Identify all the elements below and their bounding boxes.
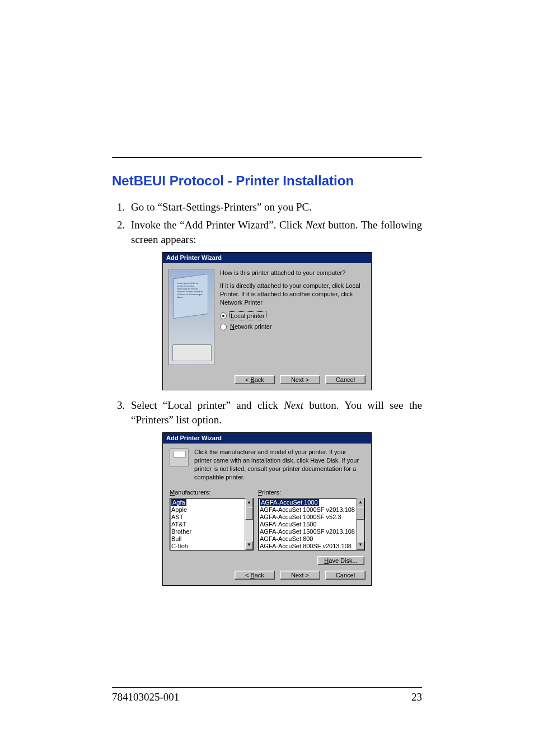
dialog2-buttons: < Back Next > Cancel [163,566,371,585]
instruction-list: Go to “Start-Settings-Printers” on you P… [112,200,422,246]
scroll-down-icon[interactable]: ▼ [357,541,364,550]
step-1: Go to “Start-Settings-Printers” on you P… [128,200,422,214]
back-button[interactable]: < Back [235,571,275,580]
manufacturers-column: Manufacturers: AgfaAppleASTAT&TBrotherBu… [170,488,254,550]
cancel-button[interactable]: Cancel [325,375,366,384]
list-columns: Manufacturers: AgfaAppleASTAT&TBrotherBu… [170,488,364,550]
dialog1-body: Lorem ipsum dolor sit amet consectetur a… [163,263,371,371]
wizard-graphic: Lorem ipsum dolor sit amet consectetur a… [168,269,214,365]
list-item[interactable]: AGFA-AccuSet 1000SF v2013.108 [260,506,355,514]
dialog1-titlebar: Add Printer Wizard [163,253,371,263]
dialog1-buttons: < Back Next > Cancel [163,371,371,390]
list-item[interactable]: Brother [171,528,243,535]
manufacturers-listbox[interactable]: AgfaAppleASTAT&TBrotherBullC-Itoh ▲ ▼ [170,498,254,550]
scroll-up-icon[interactable]: ▲ [245,498,253,507]
next-button[interactable]: Next > [280,571,320,580]
printers-listbox[interactable]: AGFA-AccuSet 1000AGFA-AccuSet 1000SF v20… [258,498,365,550]
list-item[interactable]: Bull [171,535,243,543]
list-item[interactable]: AGFA-AccuSet 800SF v2013.108 [260,543,355,550]
have-disk-button[interactable]: Have Disk... [317,556,364,565]
step-2-em: Next [306,219,325,231]
list-item[interactable]: Apple [171,506,243,514]
scroll-down-icon[interactable]: ▼ [245,541,253,550]
list-item[interactable]: AGFA-AccuSet 1500 [260,521,355,528]
section-heading: NetBEUI Protocol - Printer Installation [112,172,422,190]
list-item[interactable]: Agfa [171,499,243,506]
radio-local-label: Local printer [229,311,266,321]
list-item[interactable]: AGFA-AccuSet 1000 [260,499,355,506]
radio-network-printer[interactable]: Network printer [220,323,364,331]
next-button[interactable]: Next > [280,375,320,384]
scroll-up-icon[interactable]: ▲ [357,498,364,507]
step-3-em: Next [284,399,303,411]
step-3: Select “Local printer” and click Next bu… [128,398,422,427]
list-item[interactable]: AT&T [171,521,243,528]
step-3-text-a: Select “Local printer” and click [131,399,284,411]
radio-network-label: Network printer [229,323,273,331]
dialog1-question: How is this printer attached to your com… [220,269,364,277]
step-2: Invoke the “Add Printer Wizard”. Click N… [128,218,422,246]
list-item[interactable]: AST [171,514,243,521]
radio-local-printer[interactable]: Local printer [220,311,364,321]
page-number: 23 [411,690,422,704]
list-item[interactable]: C-Itoh [171,543,243,550]
dialog-select-printer: Add Printer Wizard Click the manufacture… [162,432,372,585]
printers-column: Printers: AGFA-AccuSet 1000AGFA-AccuSet … [258,488,365,550]
printer-icon [170,448,189,467]
footer-rule [112,687,422,688]
cancel-button[interactable]: Cancel [325,571,366,580]
dialog1-help: If it is directly attached to your compu… [220,282,364,307]
printers-label: Printers: [258,488,365,497]
dialog2-body: Click the manufacturer and model of your… [163,444,371,552]
scroll-thumb[interactable] [357,507,364,520]
document-page: NetBEUI Protocol - Printer Installation … [0,0,534,756]
scroll-thumb[interactable] [245,507,253,520]
dialog2-header: Click the manufacturer and model of your… [170,448,364,481]
dialog1-prompt: How is this printer attached to your com… [220,269,364,365]
scrollbar[interactable]: ▲ ▼ [245,498,253,550]
radio-dot-icon [220,324,227,330]
page-footer: 784103025-001 23 [112,687,422,704]
list-item[interactable]: AGFA-AccuSet 1000SF v52.3 [260,514,355,521]
step-1-text: Go to “Start-Settings-Printers” on you P… [131,201,312,213]
top-rule [112,157,422,158]
manufacturers-label: Manufacturers: [170,488,254,497]
dialog2-desc: Click the manufacturer and model of your… [194,448,364,481]
instruction-list-cont: Select “Local printer” and click Next bu… [112,398,422,427]
radio-dot-icon [220,312,227,319]
scrollbar[interactable]: ▲ ▼ [356,498,364,550]
have-disk-row: Have Disk... [163,553,371,566]
doc-number: 784103025-001 [112,690,179,704]
step-2-text-a: Invoke the “Add Printer Wizard”. Click [131,219,306,231]
back-button[interactable]: < Back [235,375,275,384]
dialog-attach-type: Add Printer Wizard Lorem ipsum dolor sit… [162,252,372,390]
list-item[interactable]: AGFA-AccuSet 800 [260,535,355,543]
dialog2-titlebar: Add Printer Wizard [163,433,371,444]
list-item[interactable]: AGFA-AccuSet 1500SF v2013.108 [260,528,355,535]
